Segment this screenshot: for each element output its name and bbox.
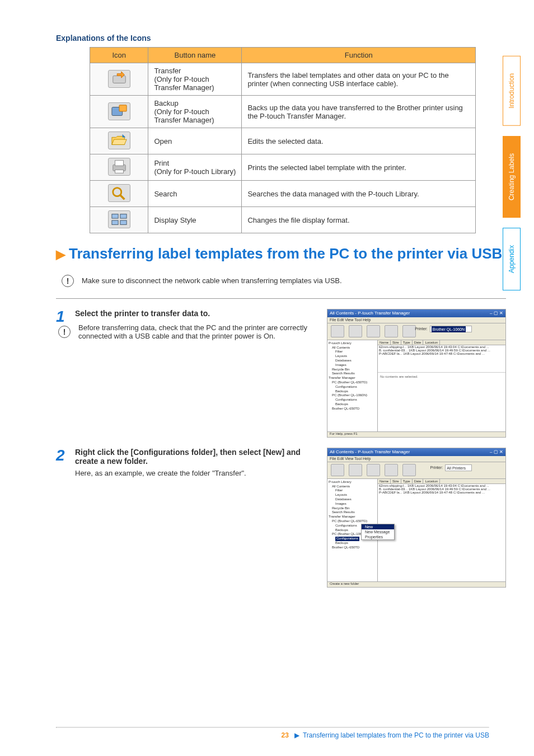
tree-item: Recycle Bin [329,368,376,372]
tree-item: All Contents [329,346,376,350]
button-name-cell: Transfer (Only for P-touch Transfer Mana… [148,63,242,96]
tree-item: All Contents [329,485,376,489]
transfer-icon [331,464,344,476]
screenshot-step2: All Contents - P-touch Transfer Manager–… [327,448,506,588]
step-number-2: 2 [56,448,75,588]
button-name-cell: Print (Only for P-touch Library) [148,154,242,181]
tree-item: Configurations [329,385,376,389]
tree-item: Filter [329,350,376,354]
svg-rect-5 [115,170,123,173]
tree-item: PC (Brother QL-650TD) [329,519,376,524]
tree-item: Transfer Manager [329,376,376,381]
button-name-cell: Backup (Only for P-touch Transfer Manage… [148,96,242,128]
tree-item: PC (Brother QL-1060N) [329,393,376,398]
section-title: ▶Transferring label templates from the P… [56,245,506,264]
tree-item: Databases [329,359,376,363]
list-header: Size [391,340,401,345]
footer-title[interactable]: Transferring label templates from the PC… [303,731,489,739]
window-controls-icon: – ▢ ✕ [490,449,503,454]
search-icon [385,325,398,337]
tree-item: Search Results [329,372,376,376]
tree-item: Backups [329,541,376,546]
tree-item: Search Results [329,510,376,515]
context-menu: New New Message Properties [361,524,395,540]
th-function: Function [242,48,476,63]
screenshot-step1: All Contents - P-touch Transfer Manager–… [327,309,506,438]
tab-appendix[interactable]: Appendix [503,228,521,290]
tree-item: Backups [329,389,376,394]
tree-item: Filter [329,489,376,493]
svg-rect-0 [113,76,125,83]
section-subheading: Explanations of the Icons [56,34,506,43]
tree-item: PC (Brother QL-650TD) [329,381,376,385]
button-name-cell: Search [148,181,242,207]
svg-rect-11 [120,220,127,225]
open-icon [367,464,380,476]
list-header: Location [423,340,440,345]
caution-icon: ! [62,275,74,287]
tree-item: Backups [329,402,376,407]
list-header: Name [378,479,391,483]
tree-item: Brother QL-650TD [329,546,376,550]
svg-rect-9 [120,214,127,219]
svg-rect-8 [112,214,118,219]
step1-title: Select the printer to transfer data to. [75,309,317,318]
tree-item: Transfer Manager [329,515,376,519]
tree-item: Brother QL-650TD [329,407,376,411]
svg-point-6 [113,188,121,196]
table-row: Backup (Only for P-touch Transfer Manage… [90,96,476,128]
function-cell: Prints the selected label template with … [242,154,476,181]
page-number: 23 [282,731,289,739]
tab-introduction[interactable]: Introduction [503,56,521,126]
list-header: Date [413,479,424,483]
tree-item: P-touch Library [329,480,376,485]
backup-icon [108,102,130,120]
button-name-cell: Display Style [148,207,242,233]
button-name-cell: Open [148,128,242,154]
list-header: Type [401,479,413,483]
list-item: P-ABCDEF la... 1KB Layout 2006/06/14 19:… [378,491,505,494]
note-usb: Make sure to disconnect the network cabl… [82,276,342,285]
function-cell: Changes the file display format. [242,207,476,233]
svg-line-7 [120,195,125,200]
tree-item: Layouts [329,493,376,497]
printer-dropdown-selected: Brother QL-1060N [432,326,466,332]
tree-item: Layouts [329,354,376,359]
backup-icon [349,464,362,476]
transfer-icon [108,70,130,88]
table-row: SearchSearches the data managed with the… [90,181,476,207]
function-cell: Backs up the data you have transferred t… [242,96,476,128]
function-cell: Edits the selected data. [242,128,476,154]
tab-creating-labels[interactable]: Creating Labels [503,136,521,218]
step2-text: Here, as an example, we create the folde… [75,469,317,477]
list-header: Type [401,340,413,345]
ctx-new-message: New Message [362,529,394,534]
table-row: Print (Only for P-touch Library)Prints t… [90,154,476,181]
svg-rect-10 [112,220,118,225]
printer-dropdown: All Printers [445,464,472,471]
ctx-new: New [362,524,394,529]
tree-item: Databases [329,497,376,502]
page-footer: 23 ▶ Transferring label templates from t… [56,731,489,739]
search-icon [108,184,130,202]
list-item: P-ABCDEF la... 1KB Layout 2006/06/14 19:… [378,352,505,355]
arrow-icon: ▶ [294,731,299,739]
display-style-icon [108,210,130,228]
divider [56,298,506,299]
open-icon [108,132,130,149]
icons-table: Icon Button name Function Transfer (Only… [90,47,476,233]
function-cell: Transfers the label templates and other … [242,63,476,96]
step2-title: Right click the [Configurations folder],… [75,448,317,466]
caution-icon: ! [58,326,71,338]
open-icon [367,325,380,337]
tree-item: Images [329,363,376,368]
arrow-icon: ▶ [56,247,65,261]
svg-rect-4 [115,161,123,166]
ctx-properties: Properties [362,534,394,539]
tree-item: Images [329,502,376,506]
tree-item: P-touch Library [329,341,376,346]
backup-icon [349,325,362,337]
svg-rect-2 [119,105,127,111]
table-row: Display StyleChanges the file display fo… [90,207,476,233]
search-icon [385,464,398,476]
